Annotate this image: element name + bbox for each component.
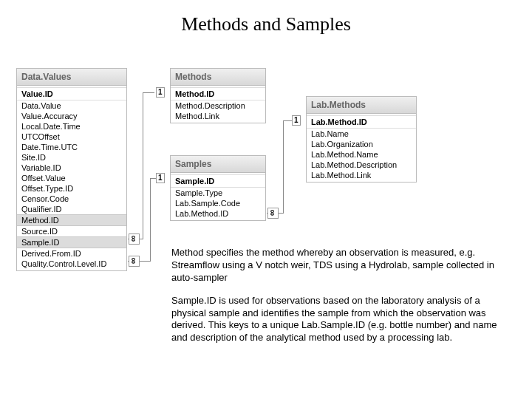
cardinality-many: ∞ xyxy=(129,256,140,267)
field-row: Sample.ID xyxy=(17,236,126,248)
table-lab-methods: Lab.Methods Lab.Method.ID Lab.NameLab.Or… xyxy=(306,96,417,183)
table-header: Methods xyxy=(171,69,265,86)
connector xyxy=(150,178,151,262)
field-row: Value.Accuracy xyxy=(17,111,126,121)
description-text: Method specifies the method whereby an o… xyxy=(171,247,513,355)
rows-container: Sample.TypeLab.Sample.CodeLab.Method.ID xyxy=(171,188,265,219)
field-row: Offset.Type.ID xyxy=(17,183,126,194)
connector xyxy=(283,120,292,121)
field-row: Lab.Organization xyxy=(307,139,416,149)
paragraph: Method specifies the method whereby an o… xyxy=(171,247,513,284)
cardinality-one: 1 xyxy=(292,115,301,126)
pk-row: Sample.ID xyxy=(171,174,265,188)
field-row: Lab.Method.ID xyxy=(171,208,265,219)
field-row: Derived.From.ID xyxy=(17,248,126,259)
connector xyxy=(150,178,156,179)
table-header: Lab.Methods xyxy=(307,97,416,114)
table-body: Method.ID Method.DescriptionMethod.Link xyxy=(171,86,265,123)
field-row: Offset.Value xyxy=(17,173,126,183)
table-methods: Methods Method.ID Method.DescriptionMeth… xyxy=(170,68,266,123)
field-row: Site.ID xyxy=(17,152,126,163)
field-row: Lab.Method.Description xyxy=(307,160,416,170)
table-header: Samples xyxy=(171,156,265,173)
field-row: Lab.Method.Name xyxy=(307,149,416,160)
table-body: Lab.Method.ID Lab.NameLab.OrganizationLa… xyxy=(307,114,416,182)
field-row: Quality.Control.Level.ID xyxy=(17,259,126,269)
field-row: Lab.Sample.Code xyxy=(171,198,265,208)
field-row: Method.Link xyxy=(171,111,265,121)
cardinality-many: ∞ xyxy=(267,208,279,219)
pk-row: Method.ID xyxy=(171,87,265,100)
field-row: Variable.ID xyxy=(17,163,126,173)
table-body: Value.ID Data.ValueValue.AccuracyLocal.D… xyxy=(17,86,126,270)
paragraph: Sample.ID is used for observations based… xyxy=(171,295,513,345)
field-row: Censor.Code xyxy=(17,194,126,204)
table-data-values: Data.Values Value.ID Data.ValueValue.Acc… xyxy=(16,68,127,271)
connector xyxy=(143,92,154,93)
table-body: Sample.ID Sample.TypeLab.Sample.CodeLab.… xyxy=(171,173,265,220)
field-row: Sample.Type xyxy=(171,188,265,198)
field-row: Local.Date.Time xyxy=(17,121,126,132)
field-row: Lab.Method.Link xyxy=(307,170,416,180)
pk-row: Value.ID xyxy=(17,87,126,100)
field-row: Method.Description xyxy=(171,100,265,111)
field-row: Method.ID xyxy=(17,214,126,226)
pk-row: Lab.Method.ID xyxy=(307,115,416,129)
field-row: Source.ID xyxy=(17,226,126,236)
connector xyxy=(283,120,284,214)
field-row: Lab.Name xyxy=(307,129,416,139)
connector xyxy=(143,92,143,239)
cardinality-one: 1 xyxy=(156,87,165,98)
rows-container: Lab.NameLab.OrganizationLab.Method.NameL… xyxy=(307,129,416,180)
field-row: Qualifier.ID xyxy=(17,204,126,214)
page-title: Methods and Samples xyxy=(0,13,532,35)
field-row: Data.Value xyxy=(17,100,126,111)
rows-container: Data.ValueValue.AccuracyLocal.Date.TimeU… xyxy=(17,100,126,269)
cardinality-one: 1 xyxy=(156,173,165,183)
rows-container: Method.DescriptionMethod.Link xyxy=(171,100,265,121)
table-header: Data.Values xyxy=(17,69,126,86)
field-row: UTCOffset xyxy=(17,132,126,142)
table-samples: Samples Sample.ID Sample.TypeLab.Sample.… xyxy=(170,155,266,221)
field-row: Date.Time.UTC xyxy=(17,142,126,152)
cardinality-many: ∞ xyxy=(129,233,140,245)
